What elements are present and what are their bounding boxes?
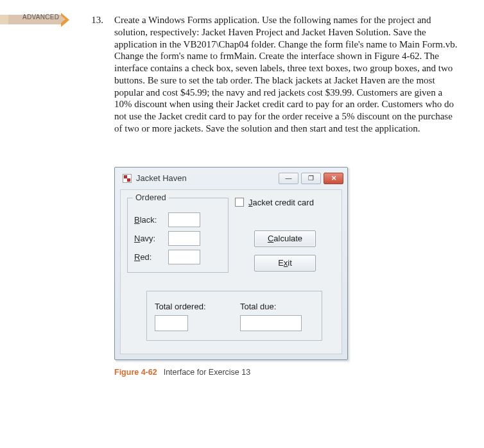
total-ordered-output bbox=[155, 315, 188, 331]
navy-textbox[interactable] bbox=[168, 231, 200, 246]
form-client-area: Ordered Black: Navy: Red: bbox=[120, 189, 342, 354]
navy-label: Navy: bbox=[134, 234, 163, 243]
black-label: Black: bbox=[134, 215, 163, 225]
exit-button[interactable]: Exit bbox=[254, 255, 316, 271]
window-title: Jacket Haven bbox=[136, 173, 279, 183]
figure-caption: Figure 4-62Interface for Exercise 13 bbox=[114, 368, 348, 377]
total-due-output bbox=[240, 315, 302, 331]
total-ordered-label: Total ordered: bbox=[155, 302, 235, 311]
difficulty-label: ADVANCED bbox=[22, 13, 59, 21]
credit-card-checkbox[interactable] bbox=[235, 198, 244, 207]
close-button[interactable]: ✕ bbox=[324, 173, 343, 184]
figure: Jacket Haven — ❐ ✕ Ordered Black: Navy: bbox=[114, 167, 348, 377]
black-textbox[interactable] bbox=[168, 212, 200, 227]
maximize-button[interactable]: ❐ bbox=[301, 173, 321, 184]
ordered-legend: Ordered bbox=[133, 193, 169, 202]
exercise-text: Create a Windows Forms application. Use … bbox=[114, 14, 484, 135]
totals-groupbox: Total ordered: Total due: bbox=[146, 291, 322, 341]
figure-number: Figure 4-62 bbox=[114, 368, 157, 377]
credit-card-label: Jacket credit card bbox=[248, 198, 314, 207]
difficulty-badge: ADVANCED bbox=[0, 14, 85, 26]
minimize-button[interactable]: — bbox=[279, 173, 298, 184]
ordered-groupbox: Ordered Black: Navy: Red: bbox=[127, 198, 229, 273]
red-label: Red: bbox=[134, 252, 163, 262]
exercise-row: ADVANCED 13. Create a Windows Forms appl… bbox=[0, 0, 484, 135]
figure-title: Interface for Exercise 13 bbox=[164, 368, 250, 377]
app-window: Jacket Haven — ❐ ✕ Ordered Black: Navy: bbox=[114, 167, 348, 360]
app-icon bbox=[123, 174, 132, 183]
calculate-button[interactable]: Calculate bbox=[254, 230, 316, 247]
exercise-number: 13. bbox=[85, 14, 114, 26]
titlebar: Jacket Haven — ❐ ✕ bbox=[115, 168, 347, 189]
total-due-label: Total due: bbox=[240, 302, 302, 311]
red-textbox[interactable] bbox=[168, 250, 200, 264]
